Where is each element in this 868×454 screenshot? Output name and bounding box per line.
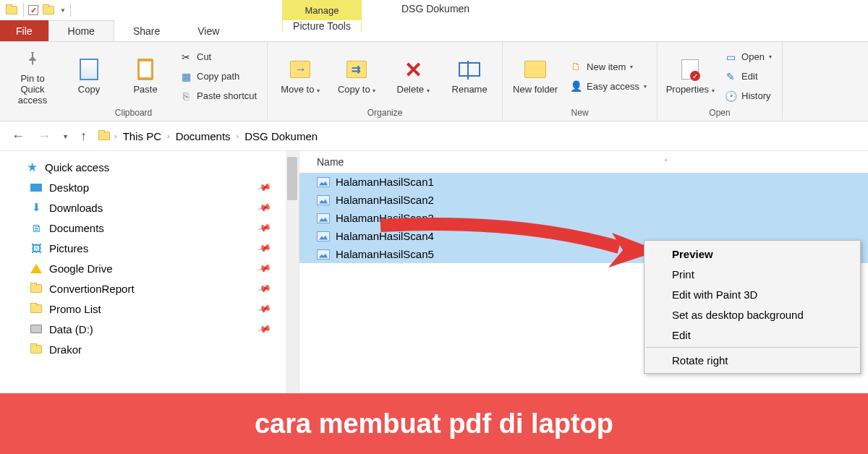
copy-path-button[interactable]: ▦Copy path [176,68,260,85]
crumb-this-pc[interactable]: This PC [120,129,164,144]
ctx-print[interactable]: Print [644,264,860,284]
star-icon: ★ [25,161,39,173]
properties-button[interactable]: Properties ▾ [665,47,715,106]
tree-label: ConvertionReport [49,283,135,295]
rename-label: Rename [452,84,488,95]
properties-icon [678,58,702,81]
history-button[interactable]: 🕑History [721,87,775,105]
ribbon-tabs: File Home Share View Picture Tools [0,20,868,42]
tree-drakor[interactable]: Drakor [7,339,292,359]
shortcut-icon: ⎘ [179,90,192,103]
paste-shortcut-label: Paste shortcut [197,90,257,101]
edit-item-button[interactable]: ✎Edit [721,68,775,85]
file-row[interactable]: HalamanHasilScan1 [299,173,868,191]
chevron-down-icon: ▾ [769,53,772,60]
chevron-right-icon: › [167,132,170,140]
column-headers: Name ˄ [299,151,868,173]
file-row[interactable]: HalamanHasilScan2 [299,191,868,209]
file-row[interactable]: HalamanHasilScan3 [299,209,868,227]
qat-dropdown-icon[interactable]: ▼ [60,7,66,14]
moveto-icon [289,58,312,81]
qat-folder-icon[interactable] [4,3,19,17]
crumb-dsg[interactable]: DSG Dokumen [242,129,320,144]
ctx-edit[interactable]: Edit [644,325,860,345]
newfolder-icon [524,58,547,81]
contextual-tab-manage[interactable]: Manage [282,0,362,20]
paste-button[interactable]: Paste [120,47,171,106]
copypath-icon: ▦ [179,70,192,83]
ribbon: Pin to Quick access Copy Paste ✂Cut ▦Cop… [0,42,868,121]
gdrive-icon [29,262,43,274]
new-item-button[interactable]: 🗋New item ▾ [566,58,650,75]
tree-downloads[interactable]: ⬇Downloads📌 [7,197,292,218]
tree-promo-list[interactable]: Promo List📌 [7,299,292,319]
copy-to-button[interactable]: Copy to ▾ [331,47,382,106]
qat-properties-icon[interactable]: ✓ [28,5,38,15]
rename-button[interactable]: Rename [444,47,495,106]
open-icon: ▭ [724,51,737,64]
ctx-rotate-right[interactable]: Rotate right [644,350,860,370]
sort-indicator-icon: ˄ [664,158,668,166]
chevron-down-icon: ▾ [427,87,430,94]
forward-button[interactable]: → [35,127,54,145]
tab-file[interactable]: File [0,20,48,41]
ribbon-group-clipboard: Pin to Quick access Copy Paste ✂Cut ▦Cop… [0,42,268,121]
newfolder-label: New folder [513,84,558,95]
paste-shortcut-button[interactable]: ⎘Paste shortcut [176,87,260,105]
address-bar[interactable]: › This PC › Documents › DSG Dokumen [97,129,320,144]
pin-quick-access-button[interactable]: Pin to Quick access [7,47,58,106]
properties-label: Properties ▾ [666,84,715,95]
tab-home[interactable]: Home [48,20,114,41]
tree-desktop[interactable]: Desktop📌 [7,177,292,197]
move-to-button[interactable]: Move to ▾ [275,47,326,106]
new-folder-button[interactable]: New folder [510,47,561,106]
tree-google-drive[interactable]: Google Drive📌 [7,258,292,278]
back-button[interactable]: ← [9,127,27,145]
tab-view[interactable]: View [179,20,238,41]
tab-picture-tools[interactable]: Picture Tools [282,20,362,32]
newitem-icon: 🗋 [569,60,582,73]
ctx-preview[interactable]: Preview [644,244,860,264]
easyaccess-icon: 👤 [569,80,582,93]
open-label: Open [741,51,765,62]
recent-dropdown[interactable]: ▾ [61,131,70,142]
desktop-icon [29,181,43,193]
ctx-set-bg[interactable]: Set as desktop background [644,304,860,325]
copy-label: Copy [78,84,100,95]
moveto-label: Move to ▾ [281,84,320,95]
copy-path-label: Copy path [197,71,239,82]
tree-label: Pictures [49,242,88,254]
qat-newfolder-icon[interactable] [41,3,56,17]
pin-icon: 📌 [256,281,271,296]
folder-icon [29,343,43,355]
open-item-button[interactable]: ▭Open ▾ [721,48,775,66]
easyaccess-label: Easy access [587,81,639,92]
tree-convertion-report[interactable]: ConvertionReport📌 [7,278,292,299]
copy-button[interactable]: Copy [64,47,114,106]
file-name: HalamanHasilScan1 [336,176,434,188]
downloads-icon: ⬇ [29,202,43,213]
group-label-organize: Organize [275,108,495,119]
tree-label: Google Drive [49,262,113,275]
delete-button[interactable]: ✕ Delete ▾ [388,47,438,106]
tree-pictures[interactable]: 🖼Pictures📌 [7,238,292,258]
cut-button[interactable]: ✂Cut [176,48,260,66]
folder-icon [29,303,43,314]
sidebar-scrollbar[interactable] [286,151,299,396]
column-name[interactable]: Name [317,156,664,168]
chevron-down-icon: ▾ [644,83,647,90]
pin-label: Pin to Quick access [7,73,58,106]
file-name: HalamanHasilScan4 [336,230,434,242]
tree-documents[interactable]: 🗎Documents📌 [7,218,292,238]
tab-share[interactable]: Share [114,20,179,41]
tree-data-d[interactable]: Data (D:)📌 [7,319,292,339]
easy-access-button[interactable]: 👤Easy access ▾ [566,77,650,95]
up-button[interactable]: ↑ [77,127,90,145]
chevron-right-icon: › [237,132,239,140]
tree-quick-access[interactable]: ★Quick access [7,157,292,177]
scrollbar-thumb[interactable] [287,157,297,200]
chevron-down-icon: ▾ [630,64,633,70]
tree-label: Promo List [49,303,101,315]
ctx-edit-paint3d[interactable]: Edit with Paint 3D [644,284,860,304]
crumb-documents[interactable]: Documents [173,129,234,144]
